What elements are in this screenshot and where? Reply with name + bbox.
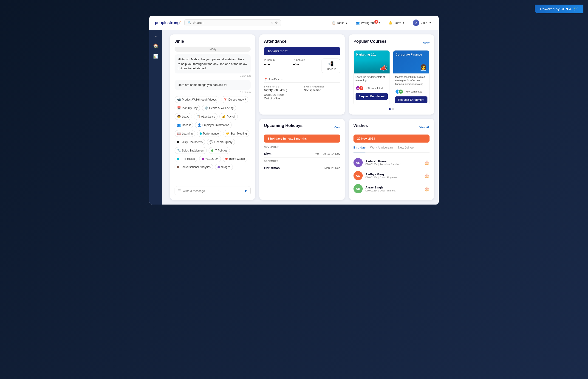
courses-title: Popular Courses (354, 39, 387, 44)
quick-action-nudges[interactable]: Nudges (215, 164, 233, 170)
qa-icon: 🧑 (177, 115, 181, 118)
quick-action-do-you-know?[interactable]: ❓Do you know? (221, 96, 248, 103)
wish-person: AG Aadhya Garg DM001234 | Cloud Engineer… (354, 169, 429, 182)
qa-label: Product Walkthrough Videos (182, 98, 217, 101)
home-icon[interactable]: 🏠 (151, 41, 160, 50)
shift-name-label: SHIFT NAME (264, 85, 300, 88)
user-initials: J (415, 21, 417, 24)
chat-input-row: ☰ ➤ (175, 186, 251, 195)
quick-action-sales-enablement[interactable]: 🔧Sales Enablement (175, 147, 207, 154)
qa-label: Start Meeting (230, 132, 247, 135)
tasks-icon: 📋 (332, 21, 336, 25)
holidays-card: Upcoming Holidays View 3 holidays in nex… (259, 119, 344, 200)
filter-icon[interactable]: ⚙ (275, 21, 278, 25)
qa-label: Performance (203, 132, 219, 135)
tasks-button[interactable]: 📋 Tasks ▲ (330, 20, 350, 26)
tasks-label: Tasks (337, 21, 344, 25)
enroll-marketing-button[interactable]: Request Enrollment (356, 93, 388, 100)
alerts-button[interactable]: 🔔 Alerts ▼ (387, 20, 406, 26)
user-menu-button[interactable]: J Jinie ▼ (411, 18, 433, 27)
search-bar[interactable]: 🔍 ✕ ⚙ (184, 19, 281, 26)
chat-greeting: Hi Ayushi Mehta, I'm your personal assis… (175, 54, 251, 73)
chat-input[interactable] (183, 189, 242, 193)
workgroups-badge: 2 (374, 20, 378, 24)
qa-icon: 🛡️ (204, 106, 208, 110)
course-finance-thumb: Corporate Finance 👩‍💼 (393, 50, 429, 73)
wish-id: DM001234 | Technical Architect (365, 163, 421, 166)
quick-action-it-policies[interactable]: IT Policies (209, 147, 230, 154)
qa-label: Recruit (182, 124, 191, 127)
punch-in-label: Punch in (264, 59, 293, 62)
quick-action-conversational-analytics[interactable]: Conversational Analytics (175, 164, 213, 170)
location-value: In office (269, 78, 279, 81)
quick-action-performance[interactable]: Performance (197, 130, 221, 137)
workgroups-icon: 👥 (356, 21, 360, 25)
holiday-month: NOVEMBER (264, 146, 340, 148)
punch-row: Punch in --:-- Punch out --:-- 📲 Punch i… (264, 59, 340, 73)
qa-dot (177, 166, 180, 168)
dot-2 (392, 108, 394, 110)
shift-details: SHIFT NAME Night(19:00-4:00) SHIFT PREMI… (264, 85, 340, 100)
wishes-view-all-link[interactable]: View All (419, 126, 429, 129)
user-name: Jinie (421, 21, 427, 25)
qa-dot (225, 158, 228, 160)
quick-action-employee-information[interactable]: 👤Employee Information (195, 122, 232, 128)
quick-action-attendance[interactable]: 📋Attendance (194, 113, 218, 120)
quick-action-learning[interactable]: 📖Learning (175, 130, 195, 137)
avatar-4: D (398, 89, 403, 94)
wish-name: Aadhya Garg (365, 173, 421, 176)
quick-action-recruit[interactable]: 👥Recruit (175, 122, 193, 128)
holidays-view-link[interactable]: View (334, 126, 340, 129)
sidebar-toggle[interactable]: » (153, 32, 158, 39)
quick-actions: 📹Product Walkthrough Videos❓Do you know?… (175, 96, 251, 170)
chart-icon[interactable]: 📊 (151, 52, 160, 61)
location-chevron: ▼ (281, 78, 283, 80)
workgroups-button[interactable]: 👥 Workgroups 2 ▼ (354, 20, 382, 26)
punch-out-time: --:-- (293, 62, 322, 66)
quick-action-leave[interactable]: 🧑Leave (175, 113, 192, 120)
send-button[interactable]: ➤ (244, 188, 248, 193)
qa-label: Plan my Day (182, 107, 197, 110)
quick-action-talent-coach[interactable]: Talent Coach (223, 156, 247, 162)
search-input[interactable] (193, 21, 269, 25)
enroll-finance-button[interactable]: Request Enrollment (395, 96, 427, 103)
wish-person: AK Aadarsh Kumar DM001234 | Technical Ar… (354, 156, 429, 169)
quick-action-policy-documents[interactable]: Policy Documents (175, 139, 205, 145)
wish-tab-work-anniversary[interactable]: Work Anniversary (370, 146, 393, 151)
search-icon: 🔍 (187, 21, 191, 25)
quick-action-plan-my-day[interactable]: 📅Plan my Day (175, 105, 200, 111)
shift-banner: Today's Shift (264, 47, 340, 55)
courses-view-link[interactable]: View (423, 41, 429, 45)
logo: peoplestrong+ (155, 20, 181, 25)
punch-in-button[interactable]: 📲 Punch in (322, 59, 340, 73)
course-finance-title: Corporate Finance (395, 53, 422, 56)
user-chevron: ▼ (429, 22, 431, 24)
holidays-list: NOVEMBER Diwali Mon-Tue, 13-14 Nov DECEM… (264, 146, 340, 172)
holiday-month: DECEMBER (264, 160, 340, 162)
quick-action-hr-policies[interactable]: HR Policies (175, 156, 197, 162)
gen-ai-banner: Powered by GEN-AI 🪄 (535, 5, 583, 13)
shift-premises-group: SHIFT PREMISES Not specified (304, 85, 340, 92)
qa-dot (200, 132, 202, 135)
punch-btn-label: Punch in (326, 67, 336, 71)
attendance-title: Attendance (264, 39, 340, 44)
quick-action-payroll[interactable]: 💰Payroll (219, 113, 238, 120)
dot-1 (389, 108, 391, 110)
wish-name: Aadarsh Kumar (365, 159, 421, 163)
wish-tab-birthday[interactable]: Birthday (354, 146, 366, 151)
shift-name-value: Night(19:00-4:00) (264, 88, 300, 92)
wish-tab-new-joinee[interactable]: New Joinee (398, 146, 414, 151)
holiday-row: Diwali Mon-Tue, 13-14 Nov (264, 150, 340, 158)
punch-icon: 📲 (328, 61, 334, 67)
quick-action-yee-23-24[interactable]: YEE 23-24 (199, 156, 221, 162)
qa-dot (177, 158, 180, 160)
clear-search-icon[interactable]: ✕ (271, 21, 273, 24)
qa-label: Policy Documents (180, 141, 203, 144)
quick-action-product-walkthrough-videos[interactable]: 📹Product Walkthrough Videos (175, 96, 219, 103)
quick-action-general-query[interactable]: 💬General Query (207, 139, 235, 145)
quick-action-start-meeting[interactable]: 🤝Start Meeting (223, 130, 249, 137)
quick-action-health-&-well-being[interactable]: 🛡️Health & Well-being (202, 105, 236, 111)
qa-label: Do you know? (228, 98, 246, 101)
punch-in-col: Punch in --:-- (264, 59, 293, 66)
chat-things-text: Here are some things you can ask for: (175, 80, 251, 90)
